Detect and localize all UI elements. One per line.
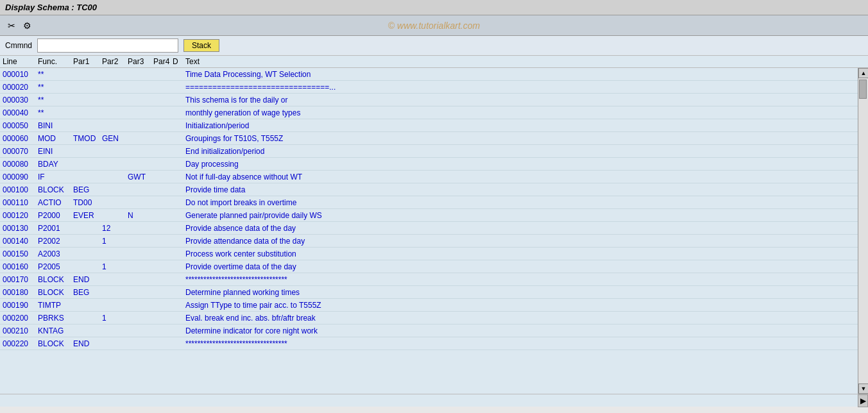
table-row[interactable]: 000150 A2003 Process work center substit…	[0, 248, 858, 260]
table-row[interactable]: 000080 BDAY Day processing	[0, 158, 858, 171]
cell-text: Provide absence data of the day	[185, 224, 858, 233]
cell-line: 000030	[3, 96, 38, 105]
table-row[interactable]: 000020 ** ==============================…	[0, 81, 858, 94]
column-headers: Line Func. Par1 Par2 Par3 Par4 D Text	[0, 56, 868, 68]
table-row[interactable]: 000160 P2005 1 Provide overtime data of …	[0, 260, 858, 273]
vertical-scrollbar[interactable]: ▲ ▼	[858, 68, 868, 394]
cell-par2: GEN	[102, 134, 128, 143]
toolbar-icons: ✂ ⚙	[5, 19, 33, 32]
table-row[interactable]: 000190 TIMTP Assign TType to time pair a…	[0, 299, 858, 312]
cell-text: This schema is for the daily or	[185, 96, 858, 105]
cell-line: 000220	[3, 339, 38, 348]
cell-text: Provide time data	[185, 185, 858, 194]
scroll-right-button[interactable]: ▶	[858, 394, 868, 407]
cell-func: BDAY	[38, 160, 73, 169]
scroll-thumb[interactable]	[859, 80, 867, 99]
cell-text: Eval. break end inc. abs. bfr/aftr break	[185, 314, 858, 323]
cell-line: 000160	[3, 262, 38, 271]
toolbar: ✂ ⚙ © www.tutorialkart.com	[0, 15, 868, 36]
cell-line: 000060	[3, 134, 38, 143]
bottom-bar: ▶	[0, 394, 868, 407]
table-row[interactable]: 000030 ** This schema is for the daily o…	[0, 94, 858, 106]
cell-text: Determine planned working times	[185, 288, 858, 297]
col-header-par1: Par1	[73, 57, 102, 66]
table-row[interactable]: 000140 P2002 1 Provide attendance data o…	[0, 235, 858, 248]
table-row[interactable]: 000220 BLOCK END ***********************…	[0, 337, 858, 350]
cell-func: **	[38, 70, 73, 79]
table-row[interactable]: 000040 ** monthly generation of wage typ…	[0, 106, 858, 119]
cell-line: 000010	[3, 70, 38, 79]
table-row[interactable]: 000090 IF GWT Not if full-day absence wi…	[0, 171, 858, 183]
cell-par2: 1	[102, 237, 128, 246]
cell-par3: GWT	[128, 173, 153, 181]
cell-func: EINI	[38, 147, 73, 156]
cell-par1: END	[73, 339, 102, 348]
cell-text: Time Data Processing, WT Selection	[185, 70, 858, 79]
cell-text: Process work center substitution	[185, 249, 858, 258]
cell-line: 000180	[3, 288, 38, 297]
table-row[interactable]: 000120 P2000 EVER N Generate planned pai…	[0, 209, 858, 222]
cell-text: Provide overtime data of the day	[185, 262, 858, 271]
cell-func: KNTAG	[38, 326, 73, 335]
watermark: © www.tutorialkart.com	[388, 21, 480, 31]
cell-func: MOD	[38, 134, 73, 143]
scroll-down-button[interactable]: ▼	[858, 384, 868, 394]
cell-line: 000130	[3, 224, 38, 233]
col-header-func: Func.	[38, 57, 73, 66]
col-header-line: Line	[3, 57, 38, 66]
table-body: 000010 ** Time Data Processing, WT Selec…	[0, 68, 858, 394]
cell-func: BLOCK	[38, 339, 73, 348]
col-header-par3: Par3	[128, 57, 153, 66]
cell-func: P2001	[38, 224, 73, 233]
cell-line: 000170	[3, 275, 38, 284]
cell-func: PBRKS	[38, 314, 73, 323]
table-row[interactable]: 000180 BLOCK BEG Determine planned worki…	[0, 286, 858, 299]
col-header-par2: Par2	[102, 57, 128, 66]
table-row[interactable]: 000060 MOD TMOD GEN Groupings for T510S,…	[0, 132, 858, 145]
cell-par1: BEG	[73, 288, 102, 297]
cell-line: 000210	[3, 326, 38, 335]
scroll-up-button[interactable]: ▲	[858, 68, 868, 78]
cell-par2: 1	[102, 314, 128, 323]
cell-text: Day processing	[185, 160, 858, 169]
table-row[interactable]: 000130 P2001 12 Provide absence data of …	[0, 222, 858, 235]
table-row[interactable]: 000170 BLOCK END ***********************…	[0, 273, 858, 286]
table-row[interactable]: 000110 ACTIO TD00 Do not import breaks i…	[0, 196, 858, 209]
command-bar: Cmmnd Stack	[0, 36, 868, 56]
cell-par1: TMOD	[73, 134, 102, 143]
title-text: Display Schema : TC00	[5, 3, 97, 12]
table-row[interactable]: 000070 EINI End initialization/period	[0, 145, 858, 158]
table-row[interactable]: 000100 BLOCK BEG Provide time data	[0, 183, 858, 196]
cell-func: A2003	[38, 249, 73, 258]
clipboard-icon[interactable]: ✂	[5, 19, 18, 32]
col-header-d: D	[173, 57, 185, 66]
settings-icon[interactable]: ⚙	[21, 19, 33, 32]
cell-par1: EVER	[73, 211, 102, 220]
cell-func: P2002	[38, 237, 73, 246]
table-row[interactable]: 000010 ** Time Data Processing, WT Selec…	[0, 68, 858, 81]
cell-text: Assign TType to time pair acc. to T555Z	[185, 301, 858, 310]
table-row[interactable]: 000050 BINI Initialization/period	[0, 119, 858, 132]
cell-line: 000120	[3, 211, 38, 220]
cell-text: Provide attendance data of the day	[185, 237, 858, 246]
command-input[interactable]	[37, 38, 178, 53]
cell-line: 000070	[3, 147, 38, 156]
cell-par1: TD00	[73, 198, 102, 207]
cell-line: 000020	[3, 83, 38, 92]
cell-text: ================================...	[185, 83, 858, 92]
cell-line: 000100	[3, 185, 38, 194]
stack-button[interactable]: Stack	[183, 39, 219, 52]
cell-par3: N	[128, 211, 153, 220]
cell-func: BLOCK	[38, 288, 73, 297]
cell-text: Do not import breaks in overtime	[185, 198, 858, 207]
cell-text: **********************************	[185, 275, 858, 284]
table-row[interactable]: 000200 PBRKS 1 Eval. break end inc. abs.…	[0, 312, 858, 324]
table-row[interactable]: 000210 KNTAG Determine indicator for cor…	[0, 324, 858, 337]
cell-func: P2005	[38, 262, 73, 271]
cell-text: **********************************	[185, 339, 858, 348]
cell-line: 000050	[3, 121, 38, 130]
cell-line: 000080	[3, 160, 38, 169]
cell-line: 000140	[3, 237, 38, 246]
cell-func: **	[38, 108, 73, 117]
cell-par2: 12	[102, 224, 128, 233]
